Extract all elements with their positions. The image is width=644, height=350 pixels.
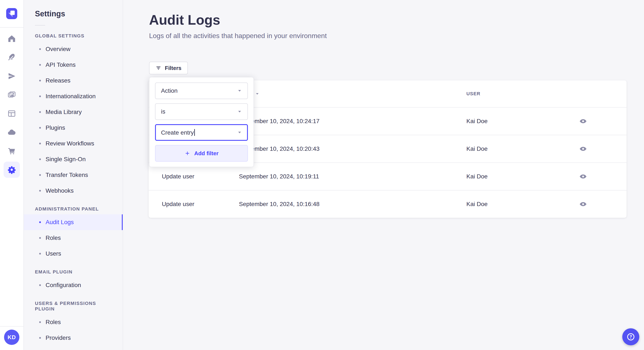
sidebar-item-media-library[interactable]: Media Library	[24, 104, 123, 120]
bullet-icon	[39, 143, 41, 144]
paper-plane-icon	[8, 72, 16, 80]
table-row[interactable]: Update userSeptember 10, 2024, 10:16:48K…	[149, 190, 626, 218]
sidebar-item-label: Transfer Tokens	[46, 172, 88, 178]
chevron-down-icon	[237, 88, 242, 93]
sidebar-item-single-sign-on[interactable]: Single Sign-On	[24, 151, 123, 167]
sidebar-item-label: Media Library	[46, 109, 82, 116]
sidebar-item-label: Webhooks	[46, 187, 74, 194]
question-circle-icon	[626, 332, 636, 342]
sidebar-section-global-settings: GLOBAL SETTINGS	[35, 33, 112, 39]
rail-icon-list	[4, 31, 20, 178]
rail-item-media[interactable]	[4, 87, 20, 103]
filter-operator-value: is	[161, 108, 165, 115]
filters-button[interactable]: Filters	[149, 62, 188, 74]
bullet-icon	[39, 159, 41, 160]
chevron-down-icon	[237, 130, 242, 135]
filter-operator-select[interactable]: is	[155, 103, 248, 120]
plus-icon	[184, 150, 190, 156]
sidebar-section-administration-panel: ADMINISTRATION PANEL	[35, 206, 112, 212]
sidebar-item-audit-logs[interactable]: Audit Logs	[24, 214, 123, 230]
sidebar-item-label: Roles	[46, 234, 61, 241]
sidebar-item-label: Internationalization	[46, 93, 96, 100]
rail-item-layout[interactable]	[4, 105, 20, 122]
rail-item-gear[interactable]	[4, 162, 20, 178]
sidebar-item-label: API Tokens	[46, 61, 76, 68]
sidebar-item-transfer-tokens[interactable]: Transfer Tokens	[24, 167, 123, 183]
sidebar-item-overview[interactable]: Overview	[24, 41, 123, 57]
rail-item-cart[interactable]	[4, 143, 20, 159]
bullet-icon	[39, 190, 41, 191]
view-log-button[interactable]	[577, 198, 589, 210]
cell-date: September 10, 2024, 10:20:43	[239, 146, 466, 152]
add-filter-button[interactable]: Add filter	[155, 145, 248, 162]
rail-item-home[interactable]	[4, 31, 20, 47]
main-nav-rail: KD	[0, 0, 24, 350]
sidebar-item-users[interactable]: Users	[24, 246, 123, 262]
chevron-down-icon	[237, 109, 242, 114]
media-icon	[8, 91, 16, 99]
bullet-icon	[39, 111, 41, 113]
settings-sidebar: Settings GLOBAL SETTINGSOverviewAPI Toke…	[24, 0, 123, 350]
cell-user: Kai Doe	[466, 173, 577, 180]
bullet-icon	[39, 80, 41, 81]
strapi-admin-app: KD Settings GLOBAL SETTINGSOverviewAPI T…	[0, 0, 644, 350]
cell-date: September 10, 2024, 10:19:11	[239, 173, 466, 180]
rail-item-paper-plane[interactable]	[4, 68, 20, 84]
sidebar-item-webhooks[interactable]: Webhooks	[24, 183, 123, 199]
sidebar-item-roles[interactable]: Roles	[24, 314, 123, 330]
filter-value-value: Create entry	[161, 129, 195, 136]
sidebar-item-label: Audit Logs	[46, 219, 74, 226]
help-button[interactable]	[622, 328, 639, 345]
filter-field-select[interactable]: Action	[155, 82, 248, 99]
bullet-icon	[39, 48, 41, 50]
eye-icon	[579, 200, 587, 208]
sidebar-item-label: Plugins	[46, 124, 65, 131]
feather-icon	[8, 53, 16, 62]
sidebar-item-plugins[interactable]: Plugins	[24, 120, 123, 136]
sidebar-item-providers[interactable]: Providers	[24, 330, 123, 346]
rail-item-cloud[interactable]	[4, 124, 20, 140]
text-cursor	[194, 129, 195, 136]
filter-field-value: Action	[161, 87, 178, 94]
add-filter-label: Add filter	[194, 150, 218, 157]
filters-button-label: Filters	[165, 65, 182, 71]
eye-icon	[579, 173, 587, 180]
sidebar-item-internationalization[interactable]: Internationalization	[24, 88, 123, 104]
sidebar-item-releases[interactable]: Releases	[24, 73, 123, 88]
cart-icon	[8, 147, 16, 155]
cell-actions	[577, 143, 626, 155]
strapi-logo[interactable]	[6, 8, 17, 19]
sidebar-item-review-workflows[interactable]: Review Workflows	[24, 136, 123, 151]
bullet-icon	[39, 127, 41, 129]
strapi-logo-triangle	[8, 13, 12, 17]
filter-value-select[interactable]: Create entry	[155, 124, 248, 141]
view-log-button[interactable]	[577, 171, 589, 182]
cell-user: Kai Doe	[466, 118, 577, 125]
rail-logo-area	[0, 0, 24, 28]
view-log-button[interactable]	[577, 143, 589, 155]
rail-user-area: KD	[0, 326, 24, 350]
cloud-icon	[8, 128, 16, 137]
sidebar-item-label: Review Workflows	[46, 140, 94, 147]
sidebar-item-label: Users	[46, 250, 61, 257]
rail-item-feather[interactable]	[4, 49, 20, 65]
sidebar-item-api-tokens[interactable]: API Tokens	[24, 57, 123, 73]
bullet-icon	[39, 321, 41, 323]
sidebar-item-label: Roles	[46, 319, 61, 326]
column-header-user: USER	[466, 91, 577, 97]
sidebar-item-configuration[interactable]: Configuration	[24, 277, 123, 293]
sidebar-item-roles[interactable]: Roles	[24, 230, 123, 246]
sidebar-item-label: Overview	[46, 46, 70, 52]
cell-user: Kai Doe	[466, 201, 577, 207]
sidebar-item-label: Single Sign-On	[46, 156, 86, 163]
avatar[interactable]: KD	[4, 330, 20, 345]
eye-icon	[579, 117, 587, 125]
cell-user: Kai Doe	[466, 146, 577, 152]
view-log-button[interactable]	[577, 115, 589, 127]
filter-popover: Action is Create entry Add filter	[149, 77, 254, 167]
cell-date: September 10, 2024, 10:16:48	[239, 201, 466, 207]
column-header-date: DATE	[239, 91, 466, 97]
sort-desc-icon[interactable]	[255, 92, 259, 96]
sidebar-item-label: Releases	[46, 77, 70, 84]
sidebar-title-divider	[35, 25, 45, 25]
